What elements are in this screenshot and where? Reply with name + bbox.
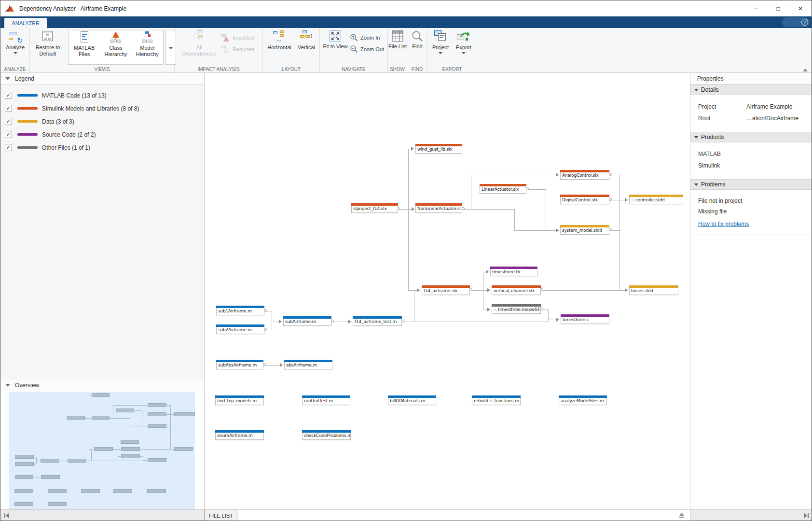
ribbon-collapse-icon[interactable]: [803, 69, 808, 71]
class-hierarchy-button[interactable]: Class Hierarchy: [100, 30, 131, 64]
graph-node-AnalogControl.slx[interactable]: AnalogControl.slx: [560, 170, 609, 180]
edge-segment: [610, 230, 619, 231]
minimap-node: [148, 458, 166, 462]
analyze-icon: ↻: [9, 30, 22, 43]
help-button[interactable]: ?: [782, 17, 810, 27]
matlab-files-icon: [78, 31, 91, 44]
graph-node-billOfMaterials.m[interactable]: billOfMaterials.m: [388, 395, 436, 405]
legend-color-swatch: [17, 107, 38, 110]
node-category-bar: [388, 395, 436, 398]
legend-item-label: Simulink Models and Libraries (8 of 8): [42, 105, 139, 112]
fit-to-view-button[interactable]: Fit to View: [323, 30, 348, 50]
root-value: …ation\DocAirframe: [746, 115, 798, 122]
edge-arrow-icon: [280, 363, 283, 367]
node-category-bar: [215, 430, 264, 433]
all-dependencies-button[interactable]: All Dependencies: [179, 30, 219, 57]
model-hierarchy-button[interactable]: Model Hierarchy: [132, 30, 163, 64]
legend-checkbox[interactable]: ✓: [5, 144, 12, 151]
legend-checkbox[interactable]: ✓: [5, 92, 12, 99]
minimap-node: [116, 408, 134, 412]
analyze-button[interactable]: ↻ Analyze: [2, 30, 28, 54]
graph-node-LinearActuator.slx[interactable]: LinearActuator.slx: [480, 184, 526, 194]
graph-node-sub1Airframe.m[interactable]: sub1Airframe.m: [216, 306, 264, 315]
file-list-tab[interactable]: FILE LIST: [205, 510, 237, 521]
minimize-button[interactable]: −: [745, 0, 767, 16]
graph-node-slproject_f14.slx[interactable]: slproject_f14.slx: [351, 203, 398, 213]
graph-node-analyzeModelFiles.m[interactable]: analyzeModelFiles.m: [559, 395, 607, 405]
minimap-node: [67, 416, 85, 420]
graph-node-NonLinearActuator.slx[interactable]: NonLinearActuator.slx: [415, 203, 462, 213]
zoom-in-button[interactable]: Zoom In: [350, 33, 380, 42]
ribbon-group-find: Find FIND: [407, 28, 427, 72]
graph-node-controller.sldd[interactable]: ⚠controller.sldd: [629, 195, 683, 204]
ribbon-group-impact-analysis: All Dependencies Impacted ✓ Required IMP…: [175, 28, 263, 72]
file-list-icon: [392, 30, 403, 42]
edge-segment: [118, 456, 121, 457]
graph-node-wind_gust_lib.slx[interactable]: wind_gust_lib.slx: [415, 144, 462, 154]
problems-section-header[interactable]: Problems: [690, 179, 812, 190]
edge-segment: [118, 442, 118, 449]
graph-node-timesthree.mexw64[interactable]: ⚠timesthree.mexw64: [492, 304, 541, 314]
horizontal-layout-button[interactable]: ↔ Horizontal: [265, 30, 294, 51]
graph-node-sub2Airframe.m[interactable]: sub2Airframe.m: [216, 324, 264, 334]
overview-collapse-icon[interactable]: [5, 384, 10, 387]
node-label: rebuild_s_functions.m: [474, 398, 520, 403]
collapse-bottom-icon[interactable]: [679, 513, 684, 518]
graph-node-system_model.sldd[interactable]: system_model.sldd: [560, 225, 609, 235]
node-category-bar: [415, 203, 462, 206]
legend-title: Legend: [15, 75, 34, 82]
graph-node-f14_airframe.slx[interactable]: f14_airframe.slx: [422, 285, 470, 295]
model-hierarchy-icon: [140, 31, 154, 44]
legend-checkbox[interactable]: ✓: [5, 131, 12, 138]
node-label: timesthree.c: [563, 317, 608, 322]
graph-node-vertical_channel.slx[interactable]: vertical_channel.slx: [492, 285, 541, 295]
minimap-node: [94, 447, 113, 451]
vertical-layout-button[interactable]: ↕ Vertical: [295, 30, 318, 51]
edge-arrow-icon: [348, 320, 351, 324]
graph-node-checkCodeProblems.m[interactable]: checkCodeProblems.m: [302, 430, 351, 440]
products-section-header[interactable]: Products: [690, 132, 812, 142]
find-button[interactable]: Find: [409, 30, 426, 50]
required-button[interactable]: ✓ Required: [221, 45, 254, 53]
graph-node-find_top_models.m[interactable]: find_top_models.m: [215, 395, 264, 405]
node-label: sub1Airframe.m: [218, 309, 263, 313]
graph-canvas[interactable]: wind_gust_lib.slxslproject_f14.slxNonLin…: [205, 73, 690, 509]
tab-analyzer[interactable]: ANALYZER: [4, 18, 47, 28]
impacted-button[interactable]: Impacted: [221, 34, 254, 42]
export-button[interactable]: Export: [453, 30, 475, 54]
graph-node-buses.sldd[interactable]: buses.sldd: [629, 285, 678, 295]
node-label: absAirframe.m: [286, 363, 331, 367]
graph-node-subAbsAirframe.m[interactable]: subAbsAirframe.m: [216, 360, 263, 369]
how-to-fix-problems-link[interactable]: How to fix problems: [698, 221, 749, 227]
edge-segment: [619, 200, 620, 230]
node-label: timesthree.tlc: [492, 269, 537, 274]
graph-node-subAirframe.m[interactable]: subAirframe.m: [283, 316, 331, 326]
legend-checkbox[interactable]: ✓: [5, 105, 12, 112]
close-button[interactable]: ✕: [789, 0, 812, 16]
graph-node-timesthree.tlc[interactable]: timesthree.tlc: [490, 267, 537, 276]
node-label: runUnitTest.m: [304, 398, 349, 403]
node-category-bar: [422, 285, 470, 288]
graph-node-enumAirframe.m[interactable]: enumAirframe.m: [215, 430, 264, 440]
collapse-left-icon[interactable]: [4, 513, 9, 518]
restore-to-default-button[interactable]: Restore to Default: [32, 30, 63, 57]
node-category-bar: [561, 314, 609, 317]
graph-node-DigitalControl.slx[interactable]: DigitalControl.slx: [560, 195, 609, 204]
maximize-button[interactable]: □: [767, 0, 789, 16]
graph-node-timesthree.c[interactable]: timesthree.c: [561, 314, 609, 324]
graph-node-rebuild_s_functions.m[interactable]: rebuild_s_functions.m: [472, 395, 521, 405]
graph-node-f14_airframe_test.m[interactable]: f14_airframe_test.m: [353, 316, 402, 326]
file-list-button[interactable]: File List: [388, 30, 407, 50]
legend-checkbox[interactable]: ✓: [5, 118, 12, 125]
project-button[interactable]: Project: [430, 30, 451, 54]
overview-minimap[interactable]: [0, 391, 204, 509]
matlab-files-button[interactable]: MATLAB Files: [69, 30, 100, 64]
details-section-header[interactable]: Details: [690, 84, 812, 95]
legend-item: ✓Simulink Models and Libraries (8 of 8): [0, 102, 204, 115]
legend-collapse-icon[interactable]: [5, 77, 10, 80]
graph-node-runUnitTest.m[interactable]: runUnitTest.m: [302, 395, 350, 405]
collapse-right-icon[interactable]: [804, 513, 809, 518]
zoom-out-button[interactable]: Zoom Out: [350, 45, 384, 53]
group-label-export: EXPORT: [427, 67, 477, 72]
graph-node-absAirframe.m[interactable]: absAirframe.m: [284, 360, 332, 369]
